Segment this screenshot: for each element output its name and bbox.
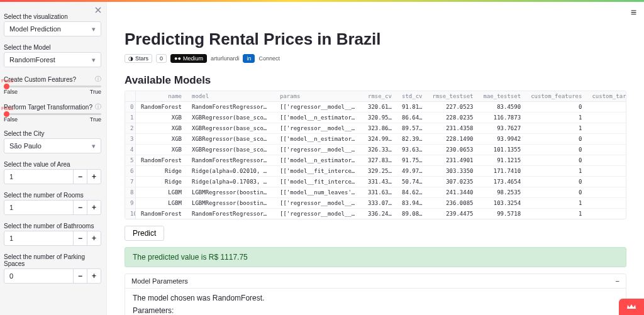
cell-model: RandomForestRegressor(ma… xyxy=(187,155,275,166)
rooms-input[interactable]: 1 − + xyxy=(4,200,101,215)
cell-name: XGB xyxy=(136,113,187,123)
table-row[interactable]: 8LGBMLGBMRegressor(boosting_t…[['model__… xyxy=(125,187,626,198)
cell-std-cv: 84.6220 xyxy=(397,187,428,198)
cell-index: 7 xyxy=(125,177,136,187)
increment-button[interactable]: + xyxy=(87,231,101,245)
cell-params: [['model__n_estimators':… xyxy=(275,113,363,123)
expander-header[interactable]: Model Parameters − xyxy=(125,274,626,289)
cell-name: RandomForest xyxy=(136,209,187,219)
area-label: Select the value of Area xyxy=(4,161,101,168)
cell-name: RandomForest xyxy=(136,102,187,113)
github-stars-chip[interactable]: ◑ Stars xyxy=(125,54,152,63)
rooms-label: Select the number of Rooms xyxy=(4,192,101,199)
available-models-heading: Available Models xyxy=(125,74,626,87)
cell-std-cv: 89.0840 xyxy=(397,209,428,219)
author-label[interactable]: arturlunardi xyxy=(211,55,240,62)
rooms-value[interactable]: 1 xyxy=(4,201,73,214)
slider-thumb[interactable] xyxy=(4,84,9,89)
predict-button[interactable]: Predict xyxy=(125,226,164,241)
medium-chip[interactable]: ●● Medium xyxy=(170,54,207,63)
area-value[interactable]: 1 xyxy=(4,170,73,184)
target-transform-slider[interactable]: False xyxy=(4,113,101,115)
cell-name: RandomForest xyxy=(136,155,187,166)
decrement-button[interactable]: − xyxy=(73,201,87,214)
model-select-value: RandomForest xyxy=(9,56,55,64)
cell-rmse-cv: 324.9940 xyxy=(363,134,397,145)
github-stars-count[interactable]: 0 xyxy=(156,54,167,63)
decrement-button[interactable]: − xyxy=(73,231,87,245)
github-icon: ◑ xyxy=(128,55,133,62)
cell-custom-target: 1 xyxy=(587,102,626,113)
increment-button[interactable]: + xyxy=(87,269,101,283)
cell-rmse-testset: 228.0235 xyxy=(427,113,478,123)
table-row[interactable]: 1XGBXGBRegressor(base_score=…[['model__n… xyxy=(125,113,626,123)
table-row[interactable]: 6RidgeRidge(alpha=0.02010, fit…[['model_… xyxy=(125,166,626,177)
table-row[interactable]: 9LGBMLGBMRegressor(boosting_t…[['regress… xyxy=(125,198,626,209)
cell-rmse-cv: 336.2430 xyxy=(363,209,397,219)
chevron-down-icon: ▾ xyxy=(92,25,96,33)
viz-select[interactable]: Model Prediction ▾ xyxy=(4,21,101,36)
cell-index: 8 xyxy=(125,187,136,198)
cell-mae-testset: 171.7410 xyxy=(479,166,526,177)
slider-thumb[interactable] xyxy=(4,111,9,117)
area-input[interactable]: 1 − + xyxy=(4,169,101,184)
cell-name: LGBM xyxy=(136,198,187,209)
table-row[interactable]: 3XGBXGBRegressor(base_score=…[['model__n… xyxy=(125,134,626,145)
linkedin-chip[interactable]: in xyxy=(243,54,255,63)
cell-index: 6 xyxy=(125,166,136,177)
cell-model: RandomForestRegressor(ma… xyxy=(187,209,275,219)
decrement-button[interactable]: − xyxy=(73,170,87,184)
col-name: name xyxy=(136,91,187,102)
table-row[interactable]: 10RandomForestRandomForestRegressor(ma…[… xyxy=(125,209,626,219)
cell-rmse-testset: 236.0085 xyxy=(427,198,478,209)
parking-input[interactable]: 0 − + xyxy=(4,268,101,284)
linkedin-label[interactable]: Connect xyxy=(258,55,280,62)
bathrooms-input[interactable]: 1 − + xyxy=(4,231,101,246)
cell-index: 4 xyxy=(125,145,136,155)
cell-name: XGB xyxy=(136,123,187,134)
cell-custom-target: 1 xyxy=(587,123,626,134)
cell-model: Ridge(alpha=0.02010, fit… xyxy=(187,166,275,177)
cell-rmse-cv: 326.3348 xyxy=(363,145,397,155)
cell-rmse-testset: 231.4358 xyxy=(427,123,478,134)
model-select[interactable]: RandomForest ▾ xyxy=(4,52,101,67)
slider-min-label: False xyxy=(4,89,18,95)
custom-features-label: Create Custom Features? ⓘ xyxy=(4,75,101,84)
cell-custom-features: 0 xyxy=(526,187,587,198)
cell-rmse-cv: 331.4370 xyxy=(363,177,397,187)
cell-custom-features: 1 xyxy=(526,198,587,209)
table-row[interactable]: 0RandomForestRandomForestRegressor(ma…[[… xyxy=(125,102,626,113)
cell-params: [['model__n_estimators':… xyxy=(275,134,363,145)
cell-std-cv: 93.6330 xyxy=(397,145,428,155)
table-row[interactable]: 2XGBXGBRegressor(base_score=…[['regresso… xyxy=(125,123,626,134)
cell-rmse-testset: 231.4901 xyxy=(427,155,478,166)
parking-value[interactable]: 0 xyxy=(4,269,73,283)
cell-index: 0 xyxy=(125,102,136,113)
decrement-button[interactable]: − xyxy=(73,269,87,283)
table-row[interactable]: 4XGBXGBRegressor(base_score=…[['regresso… xyxy=(125,145,626,155)
help-icon[interactable]: ⓘ xyxy=(95,75,101,84)
model-parameters-expander: Model Parameters − The model chosen was … xyxy=(125,274,626,315)
cell-std-cv: 91.8150 xyxy=(397,102,428,113)
increment-button[interactable]: + xyxy=(87,201,101,214)
hamburger-menu-button[interactable]: ≡ xyxy=(631,7,636,18)
table-row[interactable]: 7RidgeRidge(alpha=0.17083, fit…[['model_… xyxy=(125,177,626,187)
models-table[interactable]: name model params rmse_cv std_cv rmse_te… xyxy=(125,91,626,219)
cell-custom-features: 1 xyxy=(526,209,587,219)
sidebar: Select the visualization Model Predictio… xyxy=(0,2,107,315)
city-select[interactable]: São Paulo ▾ xyxy=(4,138,101,153)
medium-icon: ●● xyxy=(174,55,181,62)
cell-std-cv: 49.9720 xyxy=(397,166,428,177)
close-sidebar-button[interactable] xyxy=(94,6,103,14)
cell-index: 10 xyxy=(125,209,136,219)
streamlit-badge[interactable] xyxy=(619,299,644,315)
help-icon[interactable]: ⓘ xyxy=(95,102,101,111)
bathrooms-value[interactable]: 1 xyxy=(4,231,73,245)
custom-features-slider[interactable]: False xyxy=(4,86,101,87)
table-row[interactable]: 5RandomForestRandomForestRegressor(ma…[[… xyxy=(125,155,626,166)
cell-rmse-cv: 333.0780 xyxy=(363,198,397,209)
increment-button[interactable]: + xyxy=(87,170,101,184)
cell-params: [['regressor__model__num… xyxy=(275,198,363,209)
cell-custom-target: 1 xyxy=(587,145,626,155)
cell-name: Ridge xyxy=(136,166,187,177)
